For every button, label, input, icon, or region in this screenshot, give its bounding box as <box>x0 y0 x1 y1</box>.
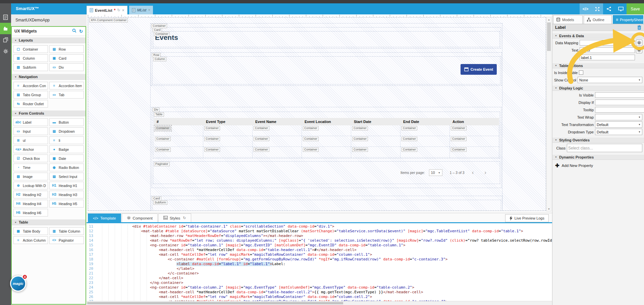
widget-lookup-with-de[interactable]: ⊕Lookup With De... <box>13 182 48 189</box>
is-inside-table-checkbox[interactable] <box>579 70 583 75</box>
code-view-button[interactable]: </> <box>580 3 591 14</box>
table-chip[interactable]: Table <box>154 112 164 117</box>
canvas-vertical-scrollbar[interactable]: ▲ ▼ <box>546 17 551 211</box>
subform-box[interactable]: Subform <box>152 200 501 211</box>
container-chip[interactable]: Container <box>204 147 220 152</box>
section-header-form-controls[interactable]: ▼Form Controls <box>12 110 86 116</box>
table-header-event-type[interactable]: Event Type <box>203 118 253 125</box>
trash-icon[interactable] <box>637 25 641 30</box>
container-chip[interactable]: Container <box>254 126 269 130</box>
section-header-layouts[interactable]: ▼Layouts <box>12 37 86 43</box>
container-chip[interactable]: Container <box>401 137 417 141</box>
subform-chip[interactable]: Subform <box>153 200 167 205</box>
widget-paginator[interactable]: <>Paginator <box>49 236 84 244</box>
container-chip[interactable]: Container <box>204 137 220 141</box>
container-chip[interactable]: Container <box>451 137 467 141</box>
code-line-25[interactable]: 25 <mat-header-cell *matHeaderCellDef da… <box>87 290 552 295</box>
table-cell[interactable]: Container <box>203 136 253 147</box>
table-header-start-date[interactable]: Start Date <box>351 118 400 125</box>
widget-date[interactable]: ▦Date <box>49 155 84 162</box>
data-mapping-input[interactable] <box>580 40 635 46</box>
widget-table-body[interactable]: ▦Table Body <box>13 227 48 235</box>
container-chip[interactable]: Container <box>352 137 368 141</box>
selected-container-chip[interactable]: Container <box>155 126 171 130</box>
dropdown-type-select[interactable]: Default▼ <box>595 129 642 135</box>
code-line-20[interactable]: 20 </label> <box>87 266 552 271</box>
table-cell[interactable]: Container <box>203 147 253 158</box>
table-header-action[interactable]: Action <box>450 118 499 125</box>
table-header-[interactable]: # <box>154 118 203 125</box>
widget-radio-button[interactable]: ◉Radio Button <box>49 164 84 171</box>
widget-div[interactable]: ▭Div <box>49 63 84 71</box>
show-control-select[interactable]: None▼ <box>578 77 642 83</box>
page-size-select[interactable]: 10▼ <box>429 169 442 176</box>
section-header-table[interactable]: ▼Table <box>12 219 86 225</box>
tab-propertysheet[interactable]: ≡ PropertySheet <box>613 15 643 24</box>
pages-icon[interactable] <box>0 34 11 46</box>
xpa-component-container[interactable]: XPA Component Container Container Card C… <box>88 17 546 211</box>
paginator-chip[interactable]: Paginator <box>154 162 170 166</box>
code-line-17[interactable]: 17 <mat-cell *matCellDef="let row" magic… <box>87 252 552 257</box>
code-line-26[interactable]: 26 <mat-cell *matCellDef="let row" magic… <box>87 295 552 299</box>
container-chip[interactable]: Container <box>254 137 269 141</box>
table-cell[interactable]: Container <box>450 136 499 147</box>
widget-table-column[interactable]: ▥Table Column <box>49 227 84 235</box>
scroll-up-icon[interactable]: ▲ <box>547 17 551 22</box>
widget-time[interactable]: ◔Time <box>13 164 48 171</box>
container-chip[interactable]: Container <box>352 126 368 130</box>
add-new-property-link[interactable]: ✚Add New Property <box>552 160 644 171</box>
widget-heading-h5[interactable]: H5Heading H5 <box>49 200 84 207</box>
widget-anchor[interactable]: <a>Anchor <box>13 145 48 153</box>
prop-section-dynamic-properties[interactable]: ▼Dynamic Properties <box>552 154 644 160</box>
code-line-18[interactable]: 18 <c-container #matCell [formGroup]="mg… <box>87 257 552 262</box>
table-cell[interactable]: Container <box>450 125 499 136</box>
share-icon[interactable] <box>603 3 615 14</box>
widget-subform[interactable]: ▧Subform <box>13 63 48 71</box>
code-line-21[interactable]: 21 </c-container> <box>87 271 552 276</box>
prop-section-display-logic[interactable]: ▼Display Logic <box>552 85 644 91</box>
tab-template[interactable]: </> Template <box>88 213 121 222</box>
previous-page-icon[interactable]: ‹ <box>469 169 477 176</box>
table-cell[interactable]: Container <box>203 125 253 136</box>
table-cell[interactable]: Container <box>450 147 499 158</box>
widget-heading-h3[interactable]: H3Heading H3 <box>49 191 84 198</box>
code-line-22[interactable]: 22 </mat-cell> <box>87 276 552 281</box>
table-cell[interactable]: Container <box>400 147 450 158</box>
table-cell[interactable]: Container <box>253 147 302 158</box>
widget-action-column[interactable]: ≡Action Column <box>13 236 48 244</box>
paginator-box[interactable]: Paginator Items per page: 10▼ 1 – 3 of 3… <box>153 161 500 184</box>
code-line-19[interactable]: 19 <label data-comp-id="label.1" id="lab… <box>87 262 552 266</box>
monitor-icon[interactable] <box>615 3 627 14</box>
widgets-puzzle-icon[interactable] <box>0 23 11 34</box>
container-chip[interactable]: Container <box>303 137 319 141</box>
table-cell[interactable]: Container <box>351 147 400 158</box>
is-visible-input[interactable] <box>595 92 644 98</box>
tab-outline[interactable]: Outline <box>584 15 612 24</box>
container-chip[interactable]: Container <box>401 126 417 130</box>
tab-close-icon[interactable]: × <box>148 8 150 12</box>
table-cell[interactable]: Container <box>302 125 351 136</box>
container-chip[interactable]: Container <box>303 126 319 130</box>
table-cell[interactable]: Container <box>351 125 400 136</box>
container-chip[interactable]: Container <box>154 32 170 36</box>
widget-router-outlet[interactable]: ⇆Router Outlet <box>13 100 48 108</box>
widget-tabs-group[interactable]: ▤Tabs Group <box>13 91 48 99</box>
container-chip[interactable]: Container <box>155 147 171 152</box>
widget-container[interactable]: ▢Container <box>13 45 48 53</box>
widget-heading-h4[interactable]: H4Heading H4 <box>13 200 48 207</box>
table-cell[interactable]: Container <box>351 136 400 147</box>
app-name[interactable]: SmartUXDemoApp <box>11 14 87 26</box>
text-transformation-select[interactable]: Default▼ <box>595 121 642 128</box>
xpa-chip[interactable]: XPA Component Container <box>89 18 128 22</box>
scroll-down-icon[interactable]: ▼ <box>547 207 551 211</box>
table-cell[interactable]: Container <box>400 125 450 136</box>
div-chip[interactable]: Div <box>153 108 160 112</box>
container-chip[interactable]: Container <box>451 126 467 130</box>
tab-styles[interactable]: Styles ↻ <box>158 213 191 222</box>
container-chip[interactable]: Container <box>352 147 368 152</box>
data-mapping-gear-button[interactable] <box>636 40 642 46</box>
search-icon[interactable] <box>72 28 76 34</box>
table-cell[interactable]: Container <box>302 147 351 158</box>
table-header-event-location[interactable]: Event Location <box>302 118 351 125</box>
code-lines[interactable]: 11 <div #tableContainer id="table-contai… <box>87 224 552 301</box>
